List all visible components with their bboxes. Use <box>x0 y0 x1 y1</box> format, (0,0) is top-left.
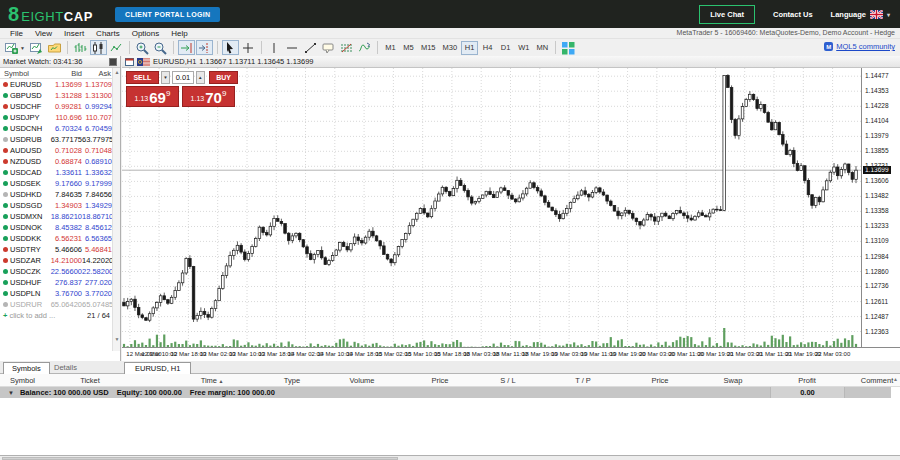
candlestick-chart-button[interactable] <box>90 40 107 55</box>
timeframe-m1-button[interactable]: M1 <box>382 41 399 55</box>
market-watch-row[interactable]: USDRUB63.7717563.77975 <box>0 134 112 145</box>
templates-button[interactable] <box>46 40 63 55</box>
market-watch-row[interactable]: USDNOK8.453828.45612 <box>0 222 112 233</box>
menu-charts[interactable]: Charts <box>90 29 126 38</box>
trade-column-comment[interactable]: Comment <box>837 376 900 385</box>
click-to-add-row[interactable]: + click to add ... 21 / 64 <box>0 310 112 321</box>
auto-scroll-button[interactable] <box>178 40 195 55</box>
text-label-button[interactable] <box>320 40 337 55</box>
indicators-button[interactable] <box>356 40 373 55</box>
market-watch-row[interactable]: USDHKD7.846357.84656 <box>0 189 112 200</box>
timeframe-h1-button[interactable]: H1 <box>461 41 478 55</box>
zoom-out-button[interactable] <box>152 40 169 55</box>
market-watch-row[interactable]: USDDKK6.562316.56365 <box>0 233 112 244</box>
market-watch-row[interactable]: USDTRY5.466065.46841 <box>0 244 112 255</box>
trade-column-sl[interactable]: S / L <box>468 376 548 385</box>
chart-shift-button[interactable] <box>196 40 213 55</box>
zoom-in-button[interactable] <box>134 40 151 55</box>
trade-column-price[interactable]: Price <box>620 376 700 385</box>
volume-decrease-button[interactable]: ▼ <box>161 71 171 84</box>
trade-column-volume[interactable]: Volume <box>322 376 402 385</box>
trade-column-swap[interactable]: Swap <box>693 376 773 385</box>
market-watch-menu-button[interactable] <box>109 58 117 66</box>
time-axis[interactable]: 12 Mar 02:0012 Mar 10:0012 Mar 18:0013 M… <box>122 347 900 361</box>
market-watch-row[interactable]: USDPLN3.767003.77020 <box>0 288 112 299</box>
price-axis[interactable]: 1.13699 1.144771.143531.142281.141041.13… <box>861 68 900 347</box>
trendline-button[interactable] <box>302 40 319 55</box>
timeframe-h4-button[interactable]: H4 <box>479 41 496 55</box>
timeframe-m5-button[interactable]: M5 <box>400 41 417 55</box>
menu-view[interactable]: View <box>29 29 58 38</box>
bar-chart-button[interactable] <box>72 40 89 55</box>
tab-details[interactable]: Details <box>46 362 85 374</box>
new-chart-dropdown-icon[interactable]: ▼ <box>20 45 25 51</box>
cursor-button[interactable] <box>222 40 239 55</box>
volume-increase-button[interactable]: ▲ <box>196 71 206 84</box>
balance-row[interactable]: ▼ Balance: 100 000.00 USD Equity: 100 00… <box>0 387 891 398</box>
scroll-down-icon[interactable]: ▼ <box>113 335 121 343</box>
language-selector[interactable]: Language ▾ <box>831 10 890 19</box>
tile-windows-button[interactable] <box>560 40 577 55</box>
buy-button[interactable]: BUY <box>209 71 238 84</box>
timeframe-m15-button[interactable]: M15 <box>418 41 439 55</box>
trade-column-profit[interactable]: Profit <box>767 376 847 385</box>
scroll-up-icon[interactable]: ▲ <box>113 68 121 76</box>
vertical-line-button[interactable] <box>266 40 283 55</box>
chart-plot-area[interactable] <box>122 68 861 347</box>
volume-input[interactable]: 0.01 <box>172 71 193 84</box>
trade-panel-horizontal-scrollbar[interactable] <box>0 455 900 460</box>
chart-title-bar[interactable]: EURUSD,H1 1.13667 1.13711 1.13645 1.1369… <box>122 56 900 68</box>
market-watch-row[interactable]: USDRUR65.0642065.07485 <box>0 299 112 310</box>
market-watch-row[interactable]: USDCZK22.5660022.58200 <box>0 266 112 277</box>
trade-column-ticket[interactable]: Ticket <box>50 376 130 385</box>
market-watch-row[interactable]: EURUSD1.136991.13709 <box>0 79 112 90</box>
market-watch-row[interactable]: USDHUF276.837277.020 <box>0 277 112 288</box>
mql5-community-link[interactable]: M MQL5 community <box>824 42 895 51</box>
tab-symbols[interactable]: Symbols <box>3 362 50 374</box>
menu-insert[interactable]: Insert <box>58 29 90 38</box>
market-watch-row[interactable]: NZDUSD0.688740.68910 <box>0 156 112 167</box>
eightcap-logo[interactable]: 8 EIGHT CAP <box>8 4 93 24</box>
market-watch-row[interactable]: USDMXN18.8621018.86710 <box>0 211 112 222</box>
collapse-icon[interactable]: ▼ <box>8 390 14 396</box>
market-watch-header[interactable]: Market Watch: 03:41:36 <box>0 56 120 68</box>
contact-us-link[interactable]: Contact Us <box>773 10 813 19</box>
market-watch-row[interactable]: USDJPY110.696110.707 <box>0 112 112 123</box>
market-watch-row[interactable]: USDCNH6.703246.70459 <box>0 123 112 134</box>
column-symbol[interactable]: Symbol <box>4 69 29 78</box>
menu-help[interactable]: Help <box>165 29 193 38</box>
market-watch-scrollbar[interactable]: ▲ ▼ <box>112 68 120 351</box>
horizontal-line-button[interactable] <box>284 40 301 55</box>
sell-price-panel[interactable]: 1.13 69 9 <box>126 86 179 107</box>
column-ask[interactable]: Ask <box>79 69 111 78</box>
new-chart-button[interactable] <box>3 40 20 55</box>
trade-column-symbol[interactable]: Symbol <box>10 376 35 385</box>
market-watch-row[interactable]: USDZAR14.2100014.22020 <box>0 255 112 266</box>
trade-column-time[interactable]: Time ▲ <box>172 376 252 385</box>
trade-column-tp[interactable]: T / P <box>543 376 623 385</box>
crosshair-button[interactable] <box>240 40 257 55</box>
live-chat-button[interactable]: Live Chat <box>699 5 755 24</box>
client-portal-login-button[interactable]: CLIENT PORTAL LOGIN <box>115 7 220 22</box>
trade-column-type[interactable]: Type <box>252 376 332 385</box>
menu-options[interactable]: Options <box>126 29 166 38</box>
timeframe-d1-button[interactable]: D1 <box>497 41 514 55</box>
timeframe-mn-button[interactable]: MN <box>533 41 551 55</box>
market-watch-row[interactable]: USDSEK9.176609.17999 <box>0 178 112 189</box>
line-chart-button[interactable] <box>108 40 125 55</box>
market-watch-row[interactable]: USDCHF0.992810.99294 <box>0 101 112 112</box>
profiles-button[interactable] <box>28 40 45 55</box>
sell-button[interactable]: SELL <box>126 71 159 84</box>
timeframe-w1-button[interactable]: W1 <box>515 41 532 55</box>
fibonacci-button[interactable] <box>338 40 355 55</box>
timeframe-m30-button[interactable]: M30 <box>440 41 461 55</box>
buy-price-panel[interactable]: 1.13 70 9 <box>182 86 235 107</box>
market-watch-row[interactable]: USDCAD1.336111.33632 <box>0 167 112 178</box>
menu-file[interactable]: File <box>4 29 29 38</box>
market-watch-row[interactable]: AUDUSD0.710280.71048 <box>0 145 112 156</box>
chart-tab-eurusd-h1[interactable]: EURUSD, H1 <box>124 362 191 374</box>
chart-window-icon <box>125 58 134 66</box>
column-bid[interactable]: Bid <box>40 69 82 78</box>
market-watch-row[interactable]: GBPUSD1.312881.31300 <box>0 90 112 101</box>
market-watch-row[interactable]: USDSGD1.349031.34929 <box>0 200 112 211</box>
